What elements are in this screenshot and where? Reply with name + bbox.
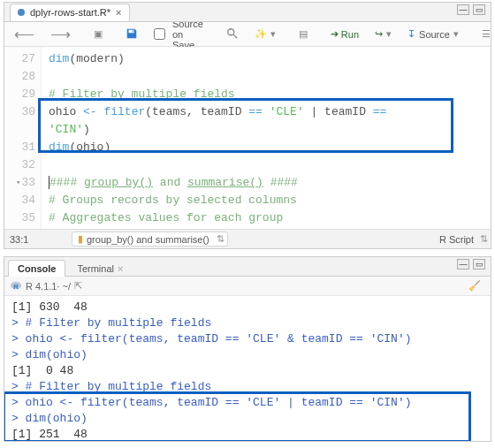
source-button[interactable]: ↧ Source ▾ xyxy=(403,26,463,42)
wand-icon: ✨ xyxy=(255,28,267,40)
editor-tab-active[interactable]: dplyr-rows-start.R* × xyxy=(10,4,130,21)
nav-back-button[interactable]: ⟵ xyxy=(10,25,39,44)
section-navigator[interactable]: ▮ group_by() and summarise() ⇅ xyxy=(72,232,228,247)
rerun-button[interactable]: ↪▾ xyxy=(370,26,396,42)
updown-icon: ⇅ xyxy=(217,233,222,245)
r-file-icon xyxy=(18,9,25,16)
source-on-save-checkbox[interactable] xyxy=(154,28,165,40)
r-version: R 4.1.1 xyxy=(26,281,57,292)
save-icon xyxy=(126,27,138,42)
outline-icon: ☰ xyxy=(482,28,491,40)
gutter: 27 28 29 30 31 32 ▾33 34 35 36 xyxy=(4,47,42,229)
console-tabbar: Console Terminal× — ▭ xyxy=(4,257,491,277)
language-label: R Script xyxy=(439,234,474,245)
svg-text:R: R xyxy=(13,282,19,290)
working-dir: · ~/ xyxy=(57,281,71,292)
cursor-position: 33:1 xyxy=(10,234,72,245)
editor-toolbar: ⟵ ⟶ ▣ Source on Save ✨▾ ▤ ➔ Run ↪▾ xyxy=(4,22,491,47)
close-terminal-icon[interactable]: × xyxy=(118,263,123,274)
source-label: Source xyxy=(419,29,450,40)
r-logo-icon: R xyxy=(10,279,22,293)
section-icon: ▮ xyxy=(78,233,83,245)
console-pane: Console Terminal× — ▭ R R 4.1.1 · ~/ ⇱ 🧹… xyxy=(4,256,491,442)
section-label: group_by() and summarise() xyxy=(87,234,209,245)
code-tools-button[interactable]: ✨▾ xyxy=(250,26,280,42)
run-button[interactable]: ➔ Run xyxy=(326,26,363,42)
close-tab-icon[interactable]: × xyxy=(116,7,121,18)
search-icon xyxy=(226,27,239,42)
svg-point-0 xyxy=(228,28,234,34)
source-icon: ↧ xyxy=(407,28,415,40)
outline-button[interactable]: ☰ xyxy=(477,26,495,42)
updown-icon: ⇅ xyxy=(480,233,485,245)
popup-wd-icon[interactable]: ⇱ xyxy=(74,280,82,292)
broom-icon: 🧹 xyxy=(468,280,481,292)
tab-terminal[interactable]: Terminal× xyxy=(67,260,133,277)
maximize-pane-button[interactable]: ▭ xyxy=(473,259,485,270)
console-header: R R 4.1.1 · ~/ ⇱ 🧹 xyxy=(4,277,491,296)
maximize-pane-button[interactable]: ▭ xyxy=(473,4,485,15)
editor-statusbar: 33:1 ▮ group_by() and summarise() ⇅ R Sc… xyxy=(4,229,491,248)
compile-report-button[interactable]: ▤ xyxy=(294,26,312,42)
editor-pane: dplyr-rows-start.R* × — ▭ ⟵ ⟶ ▣ Source o… xyxy=(4,2,491,249)
run-icon: ➔ xyxy=(331,28,339,40)
run-label: Run xyxy=(341,29,359,40)
tab-console[interactable]: Console xyxy=(8,260,65,277)
source-on-save-label: Source on Save xyxy=(172,19,203,50)
tab-title: dplyr-rows-start.R* xyxy=(30,7,110,18)
save-button[interactable] xyxy=(121,25,142,44)
minimize-pane-button[interactable]: — xyxy=(457,259,469,270)
minimize-pane-button[interactable]: — xyxy=(457,4,469,15)
pane-window-buttons: — ▭ xyxy=(457,4,485,15)
language-selector[interactable]: R Script ⇅ xyxy=(439,233,485,245)
svg-line-1 xyxy=(233,34,237,37)
pane-window-buttons: — ▭ xyxy=(457,259,485,270)
find-button[interactable] xyxy=(222,25,243,44)
source-code[interactable]: dim(modern) # Filter by multiple fields … xyxy=(42,47,491,229)
show-in-new-window-button[interactable]: ▣ xyxy=(89,26,107,42)
nav-fwd-button[interactable]: ⟶ xyxy=(46,25,75,44)
clear-console-button[interactable]: 🧹 xyxy=(464,277,485,294)
code-editor[interactable]: 27 28 29 30 31 32 ▾33 34 35 36 dim(moder… xyxy=(4,47,491,229)
console-output[interactable]: [1] 630 48 > # Filter by multiple fields… xyxy=(4,296,491,441)
notebook-icon: ▤ xyxy=(299,28,308,40)
editor-tabbar: dplyr-rows-start.R* × — ▭ xyxy=(4,3,491,22)
